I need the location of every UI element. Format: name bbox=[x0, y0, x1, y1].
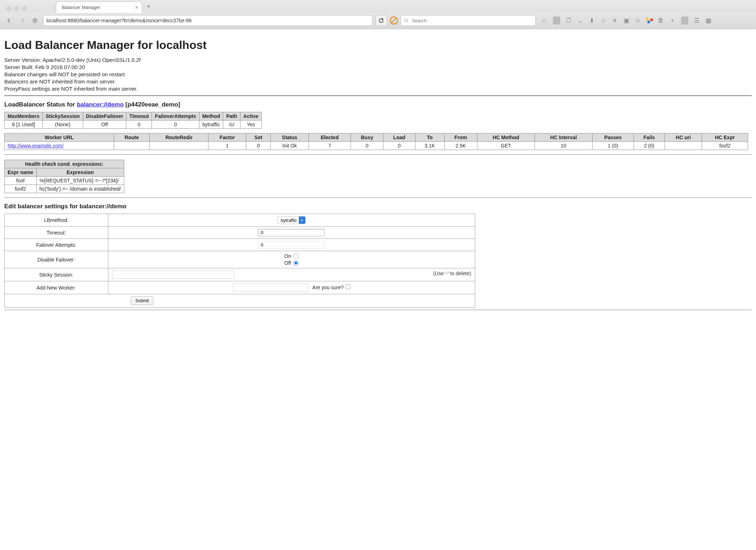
hc-row: foof%{REQUEST_STATUS} =~ /^[234]/ bbox=[5, 177, 124, 185]
grid-icon[interactable]: ▦ bbox=[705, 17, 712, 24]
browser-tab[interactable]: Balancer Manager × bbox=[56, 1, 142, 13]
hc-name: foof2 bbox=[5, 185, 37, 193]
divider bbox=[4, 95, 752, 96]
label-disable-failover: Disable Failover: bbox=[5, 251, 108, 268]
bookmark-star-icon[interactable]: ☆ bbox=[541, 17, 548, 24]
home-icon[interactable]: ⌂ bbox=[600, 17, 607, 24]
separator bbox=[553, 17, 560, 24]
menu-icon[interactable]: ☰ bbox=[693, 17, 701, 24]
browser-chrome: Balancer Manager × + ☆ 📋︎ ⌄ bbox=[0, 0, 756, 29]
note-persist: Balancer changes will NOT be persisted o… bbox=[4, 71, 752, 77]
close-window-button[interactable] bbox=[6, 6, 11, 11]
label-sticky-session: Sticky Session: bbox=[5, 268, 108, 281]
send-icon[interactable]: ✈ bbox=[611, 17, 618, 24]
tab-title: Balancer Manager bbox=[62, 5, 132, 10]
worker-header: Busy bbox=[351, 133, 383, 142]
lbmethod-select-wrap[interactable]: bytraffic ▾ bbox=[278, 216, 306, 224]
summary-cell: Off bbox=[83, 121, 126, 129]
worker-header: From bbox=[444, 133, 477, 142]
back-button[interactable] bbox=[4, 15, 14, 26]
worker-cell: 0 bbox=[383, 142, 415, 150]
color-dots-icon[interactable] bbox=[646, 18, 653, 23]
add-worker-input[interactable] bbox=[233, 283, 309, 292]
summary-header: Path bbox=[223, 112, 240, 121]
hc-name: foof bbox=[5, 177, 37, 185]
globe-icon[interactable] bbox=[30, 15, 40, 26]
toolbar-icons: ☆ 📋︎ ⌄ ⬇ ⌂ ✈ ▣ ☺ 🗑︎ ▼ ☰ ▦ bbox=[539, 17, 714, 24]
worker-header: HC Expr bbox=[702, 133, 748, 142]
close-tab-icon[interactable]: × bbox=[135, 5, 138, 10]
clipboard-icon[interactable]: 📋︎ bbox=[565, 17, 572, 24]
disable-failover-off[interactable]: Off bbox=[284, 260, 298, 266]
server-built: Server Built: Feb 9 2016 07:00:20 bbox=[4, 64, 752, 70]
save-icon[interactable]: ▣ bbox=[623, 17, 630, 24]
window-controls bbox=[4, 6, 31, 13]
forward-button[interactable] bbox=[17, 15, 28, 26]
url-input[interactable] bbox=[46, 17, 370, 24]
timeout-input[interactable] bbox=[258, 229, 325, 236]
summary-header: Method bbox=[199, 112, 223, 121]
worker-cell bbox=[114, 142, 150, 150]
summary-header: StickySession bbox=[42, 112, 83, 121]
summary-cell: 6 [1 Used] bbox=[5, 121, 43, 129]
worker-url-link[interactable]: http://www.example.com/ bbox=[8, 143, 64, 149]
radio-icon[interactable] bbox=[293, 254, 299, 259]
divider bbox=[4, 154, 752, 155]
search-input[interactable] bbox=[411, 18, 532, 24]
failover-attempts-input[interactable] bbox=[258, 241, 325, 249]
worker-cell: foof2 bbox=[702, 142, 748, 150]
download-icon[interactable]: ⬇ bbox=[588, 17, 595, 24]
note-inherit: Balancers are NOT inherited from main se… bbox=[4, 78, 752, 85]
hc-col-name: Expr name bbox=[5, 168, 37, 177]
divider bbox=[4, 197, 752, 198]
chat-icon[interactable]: ☺ bbox=[634, 17, 642, 24]
pocket-icon[interactable]: ⌄ bbox=[577, 17, 584, 24]
reload-button[interactable] bbox=[375, 15, 387, 26]
minimize-window-button[interactable] bbox=[14, 6, 19, 11]
new-tab-button[interactable]: + bbox=[142, 3, 155, 13]
worker-cell bbox=[665, 142, 702, 150]
worker-header: Factor bbox=[208, 133, 246, 142]
summary-header: Active bbox=[240, 112, 261, 121]
add-worker-confirm-checkbox[interactable] bbox=[345, 284, 350, 289]
worker-cell: 1 bbox=[208, 142, 246, 150]
summary-cell: /c/ bbox=[223, 121, 240, 129]
adblock-icon[interactable] bbox=[390, 17, 398, 24]
balancer-summary-table: MaxMembersStickySessionDisableFailoverTi… bbox=[4, 112, 262, 129]
tab-strip: Balancer Manager × + bbox=[0, 0, 756, 13]
dropdown-caret-icon[interactable]: ▼ bbox=[669, 19, 676, 23]
worker-header: Worker URL bbox=[5, 133, 114, 142]
disable-failover-on[interactable]: On bbox=[284, 253, 299, 259]
health-check-table: Health check cond. expressions: Expr nam… bbox=[4, 160, 124, 193]
hc-col-expr: Expression bbox=[36, 168, 124, 177]
lbmethod-select[interactable]: bytraffic bbox=[278, 217, 299, 223]
maximize-window-button[interactable] bbox=[22, 6, 27, 11]
label-add-worker: Add New Worker: bbox=[5, 281, 108, 294]
worker-cell: 7 bbox=[309, 142, 351, 150]
worker-cell: 10 bbox=[535, 142, 592, 150]
worker-cell: 2 (0) bbox=[634, 142, 665, 150]
sticky-session-input[interactable] bbox=[112, 271, 234, 279]
svg-line-2 bbox=[407, 21, 408, 22]
search-bar[interactable] bbox=[401, 15, 535, 26]
worker-header: Status bbox=[271, 133, 309, 142]
note-proxy: ProxyPass settings are NOT inherited fro… bbox=[4, 86, 752, 92]
submit-button[interactable]: Submit bbox=[131, 296, 153, 305]
radio-icon[interactable] bbox=[293, 260, 298, 266]
edit-heading: Edit balancer settings for balancer://de… bbox=[4, 203, 752, 210]
balancer-link[interactable]: balancer://demo bbox=[77, 101, 123, 108]
summary-header: FailoverAttempts bbox=[152, 112, 199, 121]
worker-header: Route bbox=[114, 133, 150, 142]
label-timeout: Timeout: bbox=[5, 227, 108, 239]
worker-row: http://www.example.com/10Init Ok7003.1K2… bbox=[5, 142, 748, 150]
url-bar[interactable] bbox=[43, 15, 373, 26]
server-info: Server Version: Apache/2.5.0-dev (Unix) … bbox=[4, 57, 752, 92]
trash-icon[interactable]: 🗑︎ bbox=[657, 17, 665, 24]
summary-cell: (None) bbox=[42, 121, 83, 129]
status-heading: LoadBalancer Status for balancer://demo … bbox=[4, 101, 752, 108]
worker-header: HC Interval bbox=[535, 133, 592, 142]
worker-cell: 3.1K bbox=[415, 142, 444, 150]
svg-point-1 bbox=[405, 19, 408, 22]
summary-header: DisableFailover bbox=[83, 112, 126, 121]
worker-header: Elected bbox=[309, 133, 351, 142]
